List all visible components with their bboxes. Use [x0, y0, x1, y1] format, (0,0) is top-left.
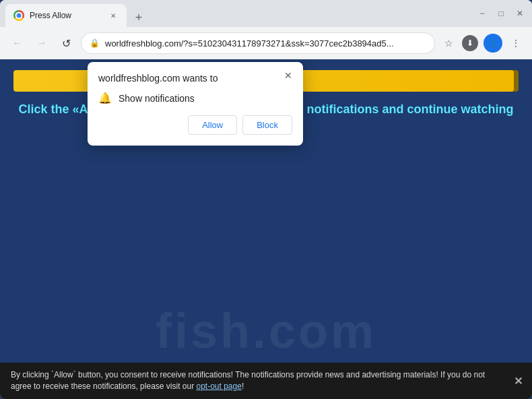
- download-icon[interactable]: ⬇: [462, 35, 478, 51]
- window-controls: − □ ✕: [475, 7, 527, 20]
- block-button[interactable]: Block: [242, 115, 292, 135]
- tab-strip: Press Allow ✕ +: [5, 0, 467, 27]
- lock-icon: 🔒: [90, 38, 100, 48]
- tab-favicon: [13, 10, 24, 21]
- popup-title: worldfreshblog.com wants to: [98, 73, 292, 84]
- profile-icon[interactable]: 👤: [484, 34, 502, 53]
- url-text: worldfreshblog.com/?s=510230431178973271…: [105, 38, 426, 49]
- bookmark-icon[interactable]: ☆: [440, 35, 457, 51]
- tab-title: Press Allow: [30, 11, 102, 20]
- watermark: fish.com: [156, 303, 376, 359]
- menu-button[interactable]: ⋮: [508, 35, 524, 51]
- profile-initial: 👤: [488, 38, 498, 48]
- browser-window: Press Allow ✕ + − □ ✕ ← → ↺ 🔒 worldfresh…: [0, 0, 532, 399]
- tab-close-button[interactable]: ✕: [108, 10, 119, 21]
- title-bar: Press Allow ✕ + − □ ✕: [0, 0, 532, 27]
- page-content: fish.com ✕ worldfreshblog.com wants to 🔔…: [0, 59, 532, 399]
- consent-bar: By clicking `Allow` button, you consent …: [0, 363, 532, 399]
- back-button[interactable]: ←: [8, 34, 27, 53]
- active-tab[interactable]: Press Allow ✕: [5, 4, 127, 27]
- popup-buttons: Allow Block: [98, 115, 292, 135]
- consent-close-button[interactable]: ✕: [514, 375, 523, 388]
- consent-text-suffix: !: [242, 381, 244, 391]
- maximize-button[interactable]: □: [494, 7, 508, 20]
- popup-permission-row: 🔔 Show notifications: [98, 92, 292, 104]
- opt-out-link[interactable]: opt-out page: [196, 381, 241, 391]
- notification-popup: ✕ worldfreshblog.com wants to 🔔 Show not…: [88, 62, 303, 146]
- allow-button[interactable]: Allow: [188, 115, 237, 135]
- popup-close-button[interactable]: ✕: [281, 69, 295, 82]
- close-button[interactable]: ✕: [513, 7, 527, 20]
- consent-text-main: By clicking `Allow` button, you consent …: [11, 370, 485, 391]
- consent-text: By clicking `Allow` button, you consent …: [11, 369, 505, 392]
- new-tab-button[interactable]: +: [129, 8, 148, 27]
- bell-icon: 🔔: [98, 92, 112, 104]
- address-bar: ← → ↺ 🔒 worldfreshblog.com/?s=5102304311…: [0, 27, 532, 59]
- forward-button[interactable]: →: [32, 34, 51, 53]
- url-bar[interactable]: 🔒 worldfreshblog.com/?s=5102304311789732…: [81, 32, 435, 54]
- reload-button[interactable]: ↺: [57, 34, 75, 53]
- popup-permission-text: Show notifications: [119, 93, 195, 104]
- minimize-button[interactable]: −: [475, 7, 489, 20]
